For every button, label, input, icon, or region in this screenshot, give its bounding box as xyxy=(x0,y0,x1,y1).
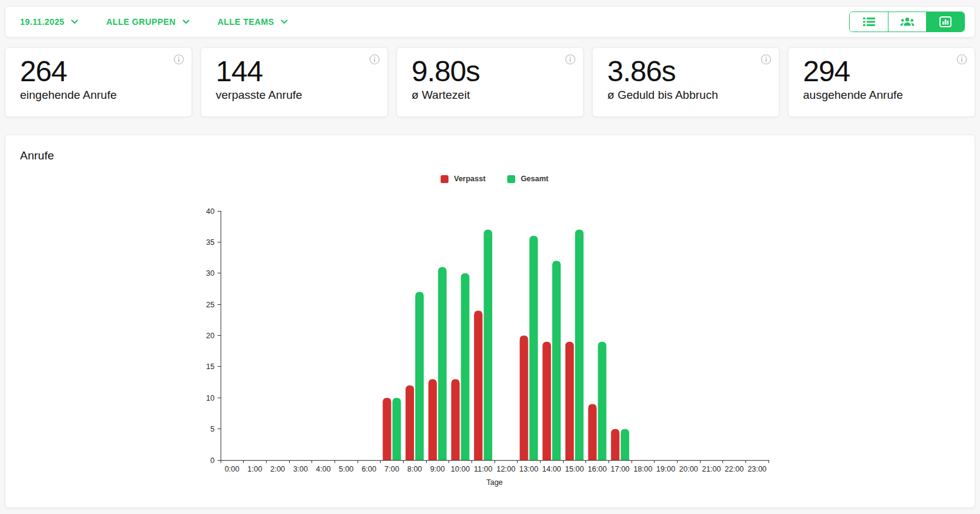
bar-gesamt-11:00 xyxy=(484,230,492,460)
svg-text:4:00: 4:00 xyxy=(316,465,330,473)
svg-text:Tage: Tage xyxy=(486,478,502,487)
bar-verpasst-10:00 xyxy=(452,379,460,460)
svg-text:22:00: 22:00 xyxy=(725,465,744,473)
svg-text:6:00: 6:00 xyxy=(362,465,376,473)
stat-card-avg-wait-time: 9.80s ø Wartezeit xyxy=(396,47,584,117)
bar-gesamt-7:00 xyxy=(393,398,401,460)
svg-text:1:00: 1:00 xyxy=(247,465,262,473)
bar-gesamt-15:00 xyxy=(575,230,584,460)
stat-label: ø Wartezeit xyxy=(412,88,570,102)
info-icon[interactable] xyxy=(956,54,967,67)
stat-value: 264 xyxy=(20,57,178,87)
svg-text:16:00: 16:00 xyxy=(588,465,607,473)
list-view-button[interactable] xyxy=(850,12,888,32)
svg-text:35: 35 xyxy=(206,238,215,247)
stat-value: 144 xyxy=(216,57,374,87)
bar-verpasst-8:00 xyxy=(405,386,414,460)
bar-gesamt-8:00 xyxy=(415,292,424,460)
bar-verpasst-15:00 xyxy=(565,342,574,460)
stat-label: ausgehende Anrufe xyxy=(803,88,961,102)
svg-text:0: 0 xyxy=(210,456,215,465)
view-switcher xyxy=(849,12,965,32)
svg-text:12:00: 12:00 xyxy=(496,465,515,473)
svg-text:10: 10 xyxy=(206,394,215,402)
svg-text:5: 5 xyxy=(210,425,215,433)
groups-filter-dropdown[interactable]: ALLE GRUPPEN xyxy=(106,17,189,27)
svg-text:40: 40 xyxy=(206,207,215,216)
bar-verpasst-14:00 xyxy=(542,342,551,460)
stat-label: eingehende Anrufe xyxy=(20,88,178,102)
svg-text:18:00: 18:00 xyxy=(633,465,652,473)
svg-text:13:00: 13:00 xyxy=(519,465,538,473)
stat-card-incoming-calls: 264 eingehende Anrufe xyxy=(5,47,192,117)
teams-view-button[interactable] xyxy=(888,12,926,32)
svg-text:8:00: 8:00 xyxy=(407,465,422,473)
svg-text:9:00: 9:00 xyxy=(430,465,445,473)
calls-bar-chart: 05101520253035400:001:002:003:004:005:00… xyxy=(5,135,973,507)
kpi-row: 264 eingehende Anrufe 144 verpasste Anru… xyxy=(5,47,975,117)
bar-verpasst-16:00 xyxy=(588,404,597,460)
svg-text:5:00: 5:00 xyxy=(339,465,353,473)
people-icon xyxy=(900,17,915,27)
stat-label: verpasste Anrufe xyxy=(216,88,374,102)
stat-card-missed-calls: 144 verpasste Anrufe xyxy=(201,47,388,117)
svg-text:30: 30 xyxy=(206,269,215,278)
svg-text:21:00: 21:00 xyxy=(702,465,721,473)
bar-verpasst-17:00 xyxy=(611,429,619,460)
svg-text:19:00: 19:00 xyxy=(656,465,675,473)
chevron-down-icon xyxy=(281,19,288,24)
stat-label: ø Geduld bis Abbruch xyxy=(607,88,765,102)
bar-gesamt-10:00 xyxy=(461,273,470,460)
bar-verpasst-11:00 xyxy=(474,310,482,460)
chart-view-button[interactable] xyxy=(926,12,964,32)
svg-text:14:00: 14:00 xyxy=(542,465,561,473)
svg-text:0:00: 0:00 xyxy=(225,465,239,473)
bar-gesamt-9:00 xyxy=(438,267,447,460)
svg-text:15: 15 xyxy=(206,362,215,371)
info-icon[interactable] xyxy=(761,54,772,67)
info-icon[interactable] xyxy=(173,54,184,67)
svg-text:15:00: 15:00 xyxy=(565,465,584,473)
stat-value: 294 xyxy=(803,57,961,87)
teams-filter-dropdown[interactable]: ALLE TEAMS xyxy=(218,17,288,27)
bar-gesamt-13:00 xyxy=(530,236,538,460)
bar-gesamt-14:00 xyxy=(552,261,561,460)
svg-text:20: 20 xyxy=(206,332,215,340)
chevron-down-icon xyxy=(182,19,190,24)
teams-filter-value: ALLE TEAMS xyxy=(218,17,274,27)
groups-filter-value: ALLE GRUPPEN xyxy=(106,17,175,27)
bar-verpasst-13:00 xyxy=(520,336,528,461)
info-icon[interactable] xyxy=(565,54,576,67)
stat-value: 3.86s xyxy=(607,57,765,87)
stat-card-outgoing-calls: 294 ausgehende Anrufe xyxy=(788,47,975,117)
svg-text:25: 25 xyxy=(206,301,215,309)
svg-text:7:00: 7:00 xyxy=(384,465,399,473)
list-icon xyxy=(863,17,875,27)
filter-bar: 19.11.2025 ALLE GRUPPEN ALLE TEAMS xyxy=(5,6,975,38)
bar-chart-icon xyxy=(939,16,952,27)
bar-verpasst-9:00 xyxy=(428,379,437,460)
info-icon[interactable] xyxy=(369,54,380,67)
bar-verpasst-7:00 xyxy=(383,398,392,460)
svg-text:11:00: 11:00 xyxy=(474,465,492,473)
stat-card-avg-patience: 3.86s ø Geduld bis Abbruch xyxy=(592,47,779,117)
svg-text:10:00: 10:00 xyxy=(451,465,470,473)
bar-gesamt-17:00 xyxy=(621,429,629,460)
date-filter-value: 19.11.2025 xyxy=(20,17,64,27)
date-filter-dropdown[interactable]: 19.11.2025 xyxy=(20,17,78,27)
calls-chart-card: Anrufe Verpasst Gesamt 05101520253035400… xyxy=(5,135,975,508)
svg-text:20:00: 20:00 xyxy=(679,465,698,473)
svg-text:2:00: 2:00 xyxy=(270,465,285,473)
bar-gesamt-16:00 xyxy=(598,342,607,460)
svg-text:3:00: 3:00 xyxy=(293,465,308,473)
svg-text:17:00: 17:00 xyxy=(611,465,630,473)
stat-value: 9.80s xyxy=(412,57,570,87)
svg-text:23:00: 23:00 xyxy=(748,465,767,473)
chevron-down-icon xyxy=(71,19,78,24)
